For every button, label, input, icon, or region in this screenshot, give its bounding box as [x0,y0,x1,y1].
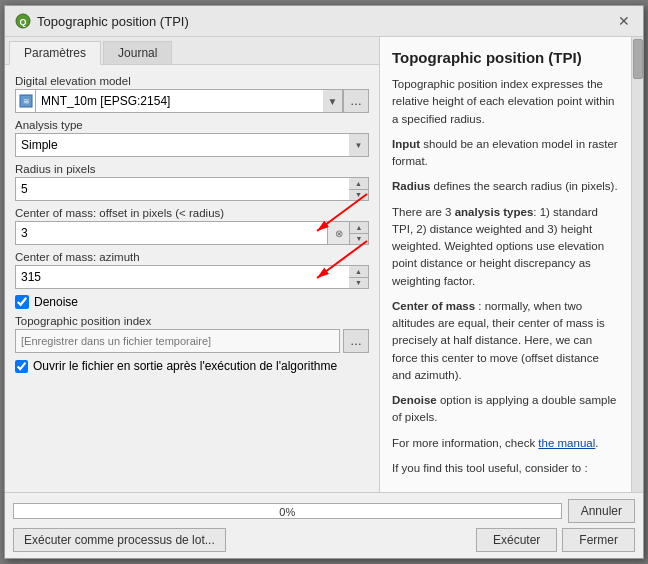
buttons-row: Exécuter comme processus de lot... Exécu… [13,528,635,552]
azimuth-spinbox-wrapper: 315 ▲ ▼ [15,265,369,289]
analysis-row: Simple Distance weighted Height weighted… [15,133,369,157]
azimuth-section: Center of mass: azimuth 315 ▲ ▼ [15,251,369,289]
help-title: Topographic position (TPI) [392,49,619,66]
bottom-bar: 0% Annuler Exécuter comme processus de l… [5,492,643,558]
radius-label: Radius in pixels [15,163,369,175]
tpi-section: Topographic position index … [15,315,369,353]
offset-spin-down[interactable]: ▼ [350,234,368,245]
run-after-section: Ouvrir le fichier en sortie après l'exéc… [15,359,369,373]
manual-link[interactable]: the manual [538,437,595,449]
azimuth-input[interactable]: 315 [15,265,369,289]
scrollbar-thumb [633,39,643,79]
tabs-bar: Paramètres Journal [5,37,379,65]
offset-input[interactable]: 3 [15,221,369,245]
radius-spinbox-wrapper: 5 ▲ ▼ [15,177,369,201]
azimuth-spin-up[interactable]: ▲ [349,266,368,278]
dem-label: Digital elevation model [15,75,369,87]
dem-browse-btn[interactable]: … [343,89,369,113]
help-p1: Topographic position index expresses the… [392,76,619,128]
run-after-label: Ouvrir le fichier en sortie après l'exéc… [33,359,337,373]
analysis-section: Analysis type Simple Distance weighted H… [15,119,369,157]
offset-btns: ⊗ ▲ ▼ [327,221,369,245]
dem-input[interactable]: MNT_10m [EPSG:2154] [35,89,323,113]
progress-bar: 0% [13,503,562,519]
azimuth-spin-down[interactable]: ▼ [349,278,368,289]
tpi-label: Topographic position index [15,315,369,327]
help-p4-bold: analysis types [455,206,534,218]
tpi-browse-btn[interactable]: … [343,329,369,353]
action-buttons: Exécuter Fermer [476,528,635,552]
run-after-checkbox[interactable] [15,360,28,373]
help-p3: Radius defines the search radius (in pix… [392,178,619,195]
denoise-section: Denoise [15,295,369,309]
help-p8: If you find this tool useful, consider t… [392,460,619,477]
main-dialog: Q Topographic position (TPI) ✕ Paramètre… [4,5,644,559]
radius-spinbox-btns: ▲ ▼ [349,177,369,201]
azimuth-spinbox-btns: ▲ ▼ [349,265,369,289]
svg-text:Q: Q [19,17,26,27]
help-p4: There are 3 analysis types: 1) standard … [392,204,619,290]
offset-section: Center of mass: offset in pixels (< radi… [15,207,369,245]
dem-layer-icon: ≋ [15,89,35,113]
help-p7-end: . [595,437,598,449]
tpi-output-row: … [15,329,369,353]
dem-section: Digital elevation model ≋ MNT_10m [EPSG:… [15,75,369,113]
denoise-label: Denoise [34,295,78,309]
close-button[interactable]: ✕ [615,12,633,30]
radius-row: 5 ▲ ▼ [15,177,369,201]
left-panel: Paramètres Journal Digital elevation mod… [5,37,380,492]
right-panel: Topographic position (TPI) Topographic p… [380,37,631,492]
app-icon: Q [15,13,31,29]
radius-spin-down[interactable]: ▼ [349,190,368,201]
help-p6-bold: Denoise [392,394,437,406]
dialog-body: Paramètres Journal Digital elevation mod… [5,37,643,492]
offset-input-wrapper: 3 ⊗ ▲ ▼ [15,221,369,245]
offset-spin-up[interactable]: ▲ [350,222,368,234]
progress-label: 0% [14,504,561,520]
radius-spin-up[interactable]: ▲ [349,178,368,190]
help-p7-text: For more information, check [392,437,538,449]
progress-row: 0% Annuler [13,499,635,523]
denoise-checkbox[interactable] [15,295,29,309]
help-p2: Input should be an elevation model in ra… [392,136,619,171]
help-p6: Denoise option is applying a double samp… [392,392,619,427]
offset-clear-btn[interactable]: ⊗ [327,221,349,245]
radius-input[interactable]: 5 [15,177,369,201]
radius-section: Radius in pixels 5 ▲ ▼ [15,163,369,201]
title-bar-left: Q Topographic position (TPI) [15,13,189,29]
annuler-button[interactable]: Annuler [568,499,635,523]
right-panel-container: Topographic position (TPI) Topographic p… [380,37,643,492]
offset-spin: ▲ ▼ [349,221,369,245]
svg-text:≋: ≋ [22,97,29,106]
executer-button[interactable]: Exécuter [476,528,557,552]
help-p3-post: defines the search radius (in pixels). [430,180,617,192]
params-panel: Digital elevation model ≋ MNT_10m [EPSG:… [5,65,379,492]
batch-button[interactable]: Exécuter comme processus de lot... [13,528,226,552]
tab-params[interactable]: Paramètres [9,41,101,65]
analysis-select-wrapper: Simple Distance weighted Height weighted… [15,133,369,157]
help-p2-bold: Input [392,138,420,150]
fermer-button[interactable]: Fermer [562,528,635,552]
azimuth-row: 315 ▲ ▼ [15,265,369,289]
analysis-select[interactable]: Simple Distance weighted Height weighted [15,133,369,157]
title-bar: Q Topographic position (TPI) ✕ [5,6,643,37]
help-p4-pre: There are 3 [392,206,455,218]
help-p5: Center of mass : normally, when two alti… [392,298,619,384]
offset-row: 3 ⊗ ▲ ▼ [15,221,369,245]
azimuth-label: Center of mass: azimuth [15,251,369,263]
analysis-label: Analysis type [15,119,369,131]
offset-label: Center of mass: offset in pixels (< radi… [15,207,369,219]
right-scrollbar[interactable] [631,37,643,492]
help-p3-bold: Radius [392,180,430,192]
help-p7: For more information, check the manual. [392,435,619,452]
dem-dropdown-btn[interactable]: ▼ [323,89,343,113]
dem-row: ≋ MNT_10m [EPSG:2154] ▼ … [15,89,369,113]
tab-journal[interactable]: Journal [103,41,172,64]
help-p2-post: should be an elevation model in raster f… [392,138,618,167]
help-p5-bold: Center of mass [392,300,475,312]
dialog-title: Topographic position (TPI) [37,14,189,29]
tpi-output-input[interactable] [15,329,340,353]
